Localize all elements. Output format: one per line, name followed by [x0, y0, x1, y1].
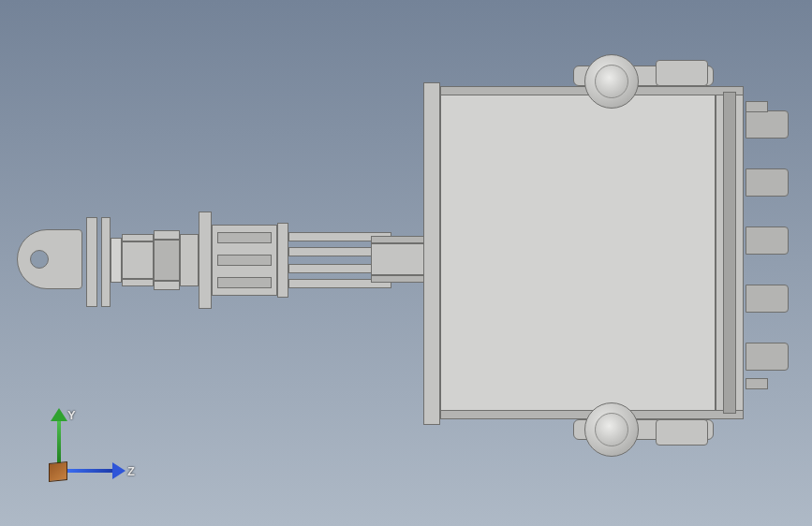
cad-viewport[interactable]: Y Z	[0, 0, 812, 526]
cylinder-rod-top	[217, 232, 272, 243]
arm-bar-side-top	[371, 236, 431, 243]
pin-block-cover-top	[154, 230, 180, 240]
stick-front-inner	[180, 234, 199, 286]
pivot-tab-bottom	[656, 419, 708, 446]
cylinder-rod-bot	[217, 277, 272, 288]
axis-z-label: Z	[127, 464, 135, 478]
lip-rail-top	[723, 92, 736, 414]
bucket-body	[440, 86, 716, 419]
bucket-tooth-4	[746, 285, 789, 313]
axis-y-label: Y	[67, 408, 76, 422]
bucket-tooth-2	[746, 168, 789, 197]
fork-mount-plate	[277, 223, 288, 298]
fork-rail-2	[288, 247, 373, 256]
bucket-tooth-7	[746, 378, 768, 389]
lug-eye-plate	[17, 229, 82, 289]
link-side-top	[122, 234, 154, 241]
clevis-plate-inner-top	[101, 217, 111, 307]
bucket-tooth-1	[746, 110, 789, 139]
lug-pin-hole	[30, 250, 49, 269]
pivot-tab-top	[656, 60, 708, 86]
axis-origin-cube	[49, 461, 67, 482]
link-side-bot	[122, 279, 154, 286]
clevis-plate-outer-top	[86, 217, 97, 307]
arm-bar-side-bot	[371, 275, 431, 283]
link-body	[122, 241, 154, 279]
fork-rail-3	[288, 264, 373, 273]
clevis-gap	[111, 238, 122, 283]
arm-bar	[371, 243, 431, 275]
bucket-tooth-3	[746, 226, 789, 255]
bucket-rear-flange	[423, 82, 440, 425]
orientation-triad[interactable]: Y Z	[49, 412, 124, 487]
bucket-tooth-5	[746, 343, 789, 371]
pin-block-cover-bot	[154, 281, 180, 290]
pin-block	[154, 240, 180, 281]
bucket-tooth-6	[746, 101, 768, 112]
cylinder-rod-mid	[217, 255, 272, 266]
pivot-boss-top	[584, 54, 639, 109]
pivot-boss-bottom	[584, 402, 639, 457]
stick-front-plate	[199, 212, 212, 309]
